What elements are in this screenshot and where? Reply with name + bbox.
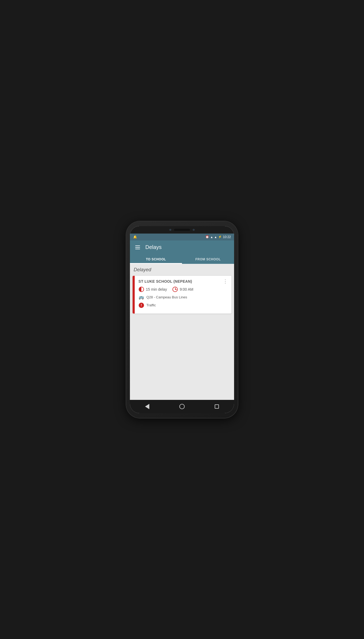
bus-route-text: Q28 - Campeau Bus Lines	[146, 295, 187, 299]
camera-lens	[169, 229, 171, 231]
delay-duration-item: 15 min delay	[138, 286, 167, 292]
bus-icon-wrapper: 🚌	[138, 294, 144, 300]
hamburger-line-1	[135, 246, 140, 246]
half-clock-icon	[139, 287, 144, 292]
clock-icon-wrapper	[172, 286, 178, 292]
phone-screen: 🔔 ⏰ ▲ ▲ ⚡ 10:22 Delays TO SCHOOL	[130, 226, 234, 413]
departure-time-text: 9:00 AM	[180, 287, 193, 291]
tab-from-school[interactable]: FROM SCHOOL	[182, 254, 234, 264]
hamburger-line-3	[135, 249, 140, 249]
alert-icon-wrapper: !	[138, 302, 144, 308]
status-bar: 🔔 ⏰ ▲ ▲ ⚡ 10:22	[130, 234, 234, 240]
back-button[interactable]	[143, 403, 151, 411]
recent-apps-icon	[215, 404, 219, 409]
back-icon	[145, 404, 149, 409]
section-label: Delayed	[133, 267, 231, 273]
hamburger-line-2	[135, 247, 140, 248]
alert-icon: !	[139, 303, 144, 308]
battery-icon: ⚡	[218, 235, 222, 239]
status-time: 10:22	[223, 235, 231, 239]
status-right-area: ⏰ ▲ ▲ ⚡ 10:22	[205, 235, 231, 239]
clock-icon	[172, 287, 178, 292]
speaker-grille	[174, 229, 190, 231]
status-left-icons: 🔔	[133, 235, 138, 239]
phone-top-hardware	[130, 226, 234, 234]
delay-card: ST LUKE SCHOOL (NEPEAN) ⋮ 15 min delay	[133, 276, 231, 314]
delay-time-row: 15 min delay 9:00 AM	[138, 286, 228, 292]
home-button[interactable]	[178, 403, 186, 411]
delay-duration-text: 15 min delay	[146, 287, 167, 291]
app-title: Delays	[145, 244, 162, 250]
tab-bar: TO SCHOOL FROM SCHOOL	[130, 254, 234, 264]
recents-button[interactable]	[213, 403, 221, 411]
content-area: Delayed ST LUKE SCHOOL (NEPEAN) ⋮	[130, 264, 234, 400]
bottom-nav-bar	[130, 400, 234, 413]
bus-route-row: 🚌 Q28 - Campeau Bus Lines	[138, 294, 228, 300]
alarm-icon: ⏰	[205, 235, 209, 239]
app-bar: Delays	[130, 240, 234, 254]
hamburger-menu-button[interactable]	[134, 244, 141, 250]
sensor-dot	[193, 229, 195, 231]
tab-to-school[interactable]: TO SCHOOL	[130, 254, 182, 264]
signal-icon: ▲	[214, 235, 217, 239]
bus-icon: 🚌	[139, 295, 144, 300]
delay-icon	[138, 286, 144, 292]
card-body: ST LUKE SCHOOL (NEPEAN) ⋮ 15 min delay	[135, 276, 231, 314]
reason-row: ! Traffic	[138, 302, 228, 308]
delay-reason-text: Traffic	[146, 303, 156, 307]
card-accent-bar	[133, 276, 135, 314]
home-icon	[179, 404, 185, 409]
card-header: ST LUKE SCHOOL (NEPEAN) ⋮	[138, 279, 228, 284]
notification-icon: 🔔	[133, 235, 137, 239]
departure-time-item: 9:00 AM	[172, 286, 193, 292]
school-name: ST LUKE SCHOOL (NEPEAN)	[138, 279, 192, 283]
more-options-button[interactable]: ⋮	[223, 279, 228, 284]
phone-device: 🔔 ⏰ ▲ ▲ ⚡ 10:22 Delays TO SCHOOL	[126, 221, 238, 418]
wifi-icon: ▲	[210, 235, 213, 239]
